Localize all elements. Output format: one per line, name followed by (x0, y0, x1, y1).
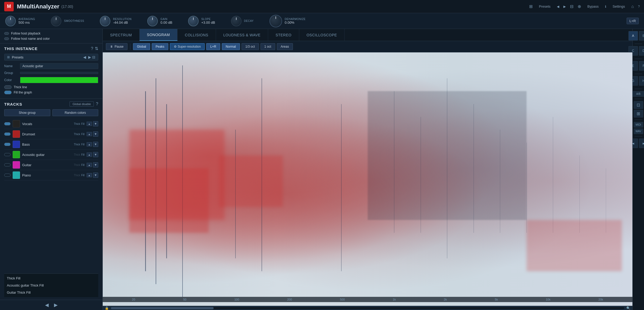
track-down-bass[interactable]: ▼ (93, 142, 98, 147)
averaging-knob[interactable] (5, 16, 16, 26)
thick-tag[interactable]: Thick (74, 164, 80, 166)
key-a[interactable]: A (628, 31, 638, 41)
fill-tag[interactable]: Fill (81, 164, 85, 166)
tab-sonogram[interactable]: SONOGRAM (140, 29, 178, 41)
record-button[interactable]: ⊡ (634, 101, 643, 109)
track-color-bass[interactable] (13, 141, 20, 148)
tab-collisions[interactable]: COLLISIONS (178, 29, 216, 41)
instance-expand-button[interactable]: ⇅ (95, 46, 98, 51)
track-toggle-guitar[interactable] (4, 163, 11, 166)
tab-stereo[interactable]: STEREO (268, 29, 299, 41)
settings-button[interactable]: Settings (611, 3, 627, 9)
gain-knob[interactable] (147, 16, 158, 26)
track-color-acoustic[interactable] (13, 151, 20, 158)
one-third-oct-button[interactable]: 1/3 oct (242, 43, 259, 50)
nav-right-button[interactable]: ▶ (51, 302, 60, 308)
track-up-drumset[interactable]: ▲ (87, 132, 92, 136)
track-toggle-drumset[interactable] (4, 132, 11, 136)
fill-tag[interactable]: Fill (81, 174, 85, 177)
thick-line-toggle[interactable] (4, 85, 12, 89)
nav-left-button[interactable]: ◀ (42, 302, 51, 308)
lr-ctrl-button[interactable]: L+R (206, 43, 220, 50)
peaks-button[interactable]: Peaks (152, 43, 168, 50)
smoothness-knob[interactable] (51, 16, 61, 26)
tab-spectrum[interactable]: SPECTRUM (103, 29, 140, 41)
tracks-help-button[interactable]: ? (96, 102, 98, 106)
slope-knob[interactable] (188, 16, 199, 26)
fill-tag[interactable]: Fill (81, 153, 85, 156)
key-b[interactable]: B (639, 31, 644, 41)
color-picker[interactable] (20, 77, 98, 83)
midi-button[interactable]: MIDI (634, 122, 643, 127)
bypass-button[interactable]: Bypass (585, 3, 601, 9)
track-up-bass[interactable]: ▲ (87, 142, 92, 146)
show-group-button[interactable]: Show group (4, 109, 50, 116)
track-down-drumset[interactable]: ▼ (93, 131, 98, 137)
track-up-guitar[interactable]: ▲ (87, 163, 92, 167)
track-down-vocals[interactable]: ▼ (93, 121, 98, 126)
thick-tag[interactable]: Thick (74, 122, 80, 125)
preset-next-button[interactable]: ▶ (87, 55, 92, 59)
group-input[interactable] (20, 72, 98, 74)
expand-button[interactable]: ⊞ (634, 110, 643, 117)
track-color-vocals[interactable] (13, 120, 20, 127)
thick-tag[interactable]: Thick (74, 174, 80, 177)
track-toggle-piano[interactable] (4, 174, 11, 177)
scroll-thumb[interactable] (111, 307, 214, 309)
nav-right-icon[interactable]: ▶ (563, 5, 566, 8)
pause-button[interactable]: ⏸ Pause (106, 43, 127, 50)
thick-tag[interactable]: Thick (74, 133, 80, 136)
wav-button[interactable]: WAV (634, 129, 643, 134)
track-color-drumset[interactable] (13, 130, 20, 138)
global-button[interactable]: Global (133, 43, 150, 50)
track-toggle-bass[interactable] (4, 143, 11, 146)
scroll-bar[interactable]: 🔒 🔍 (103, 306, 632, 310)
thick-tag[interactable]: Thick (74, 143, 80, 146)
add-icon[interactable]: ⊕ (578, 4, 581, 9)
fill-graph-toggle[interactable] (4, 91, 12, 94)
tab-oscilloscope[interactable]: OSCILLOSCOPE (299, 29, 345, 41)
scroll-track[interactable] (111, 307, 624, 309)
question-icon[interactable]: ? (638, 5, 640, 8)
side-nav-right[interactable]: ▶ (639, 139, 644, 148)
context-item-guitar-thick-fill[interactable]: Guitar Thick Fill (4, 289, 98, 296)
track-up-vocals[interactable]: ▲ (87, 122, 92, 126)
lr-button[interactable]: L+R (627, 18, 639, 24)
instance-help-button[interactable]: ? (91, 46, 93, 51)
one-oct-button[interactable]: 1 oct (260, 43, 275, 50)
nav-left-icon[interactable]: ◀ (557, 5, 559, 8)
fill-tag[interactable]: Fill (81, 133, 85, 136)
key-f[interactable]: F (639, 61, 644, 71)
track-toggle-vocals[interactable] (4, 122, 11, 125)
global-disable-button[interactable]: Global disable (70, 101, 94, 107)
sonogram-visualizer[interactable]: 20 50 100 200 500 1k 2k 5k 10k 20k 🔒 (103, 52, 632, 310)
decay-knob[interactable] (231, 16, 242, 26)
follow-playback-toggle[interactable] (4, 32, 9, 35)
key-h[interactable]: H (639, 76, 644, 86)
follow-name-toggle[interactable] (4, 37, 9, 40)
track-down-piano[interactable]: ▼ (93, 173, 98, 178)
resolution-knob[interactable] (100, 16, 110, 26)
context-item-thick-fill[interactable]: Thick Fill (4, 275, 98, 282)
presets-button[interactable]: Presets (537, 3, 553, 9)
track-down-guitar[interactable]: ▼ (93, 162, 98, 168)
track-up-acoustic[interactable]: ▲ (87, 152, 92, 157)
context-item-acoustic-thick-fill[interactable]: Acoustic guitar Thick Fill (4, 282, 98, 289)
home-icon[interactable]: ⌂ (631, 4, 634, 9)
fill-tag[interactable]: Fill (81, 122, 85, 125)
fill-tag[interactable]: Fill (81, 143, 85, 146)
random-colors-button[interactable]: Random colors (52, 109, 99, 116)
track-up-piano[interactable]: ▲ (87, 173, 92, 177)
zoom-icon[interactable]: 🔍 (626, 306, 630, 310)
normal-button[interactable]: Normal (222, 43, 240, 50)
super-resolution-button[interactable]: ⚙ Super-resolution (170, 43, 205, 50)
tab-loudness-wave[interactable]: LOUDNESS & WAVE (216, 29, 268, 41)
thick-tag[interactable]: Thick (74, 153, 80, 156)
key-d[interactable]: D (639, 46, 644, 56)
track-down-acoustic[interactable]: ▼ (93, 152, 98, 157)
preset-save-button[interactable]: ⊟ (92, 55, 95, 59)
copy-icon[interactable]: ⊟ (570, 4, 573, 9)
deharmonize-knob[interactable] (269, 15, 282, 27)
areas-button[interactable]: Areas (277, 43, 293, 50)
track-color-guitar[interactable] (13, 161, 20, 169)
